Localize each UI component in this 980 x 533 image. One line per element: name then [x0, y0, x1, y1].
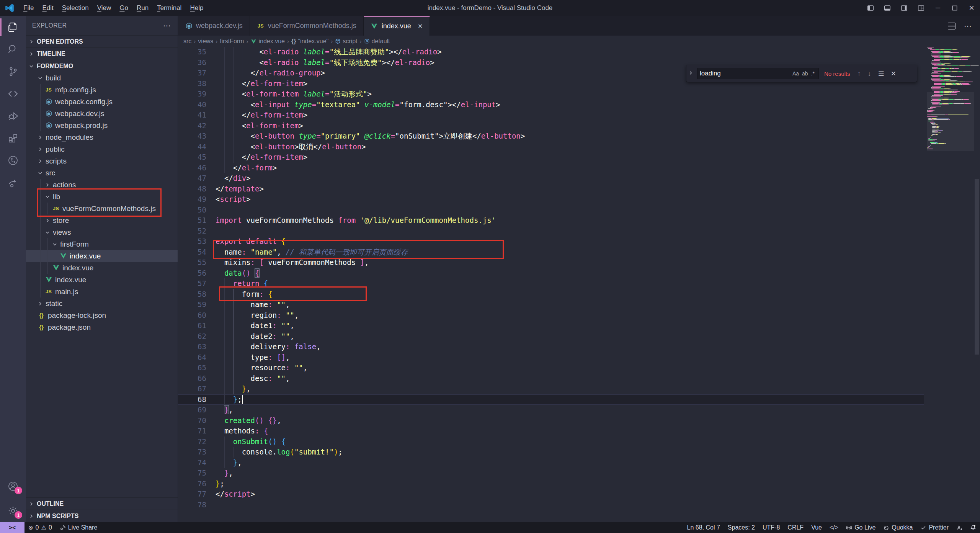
tree-item-webpack.dev.js[interactable]: webpack.dev.js [26, 108, 178, 119]
code-line-39[interactable]: 39 <el-form-item label="活动形式"> [178, 89, 924, 100]
code-line-76[interactable]: 76}; [178, 479, 924, 489]
extensions-icon[interactable] [0, 127, 26, 149]
split-editor-icon[interactable] [948, 23, 956, 29]
tree-item-build[interactable]: build [26, 72, 178, 84]
find-previous-icon[interactable]: ↑ [856, 70, 863, 78]
code-line-67[interactable]: 67 }, [178, 384, 924, 394]
find-input[interactable]: loading Aa ab .* [697, 68, 819, 79]
tree-item-index.vue[interactable]: index.vue [26, 274, 178, 286]
breadcrumb-item-firstform[interactable]: firstForm [220, 38, 244, 45]
code-line-64[interactable]: 64 type: [], [178, 352, 924, 363]
find-in-selection-icon[interactable]: ☰ [876, 69, 886, 78]
code-line-44[interactable]: 44 <el-button>取消</el-button> [178, 142, 924, 152]
live-share-status[interactable]: Live Share [56, 522, 101, 533]
code-line-42[interactable]: 42 <el-form-item> [178, 121, 924, 131]
tree-item-package-lock.json[interactable]: {}package-lock.json [26, 309, 178, 321]
tree-item-static[interactable]: static [26, 298, 178, 309]
tree-item-store[interactable]: store [26, 214, 178, 226]
menu-run[interactable]: Run [132, 0, 153, 16]
explorer-icon[interactable] [0, 16, 26, 38]
search-icon[interactable] [0, 38, 26, 60]
match-case-icon[interactable]: Aa [791, 70, 800, 77]
section-open-editors[interactable]: OPEN EDITORS [26, 35, 178, 47]
code-line-74[interactable]: 74 }, [178, 458, 924, 468]
whole-word-icon[interactable]: ab [800, 70, 810, 77]
code-line-55[interactable]: 55 mixins: [ vueFormCommonMethods ], [178, 257, 924, 268]
tree-item-actions[interactable]: actions [26, 179, 178, 191]
code-line-45[interactable]: 45 </el-form-item> [178, 152, 924, 163]
status-eol[interactable]: CRLF [784, 522, 807, 533]
gitlens-icon[interactable] [0, 149, 26, 172]
feedback-person-icon[interactable] [956, 525, 962, 531]
code-line-41[interactable]: 41 </el-form-item> [178, 110, 924, 121]
tree-item-src[interactable]: src [26, 167, 178, 179]
tree-item-views[interactable]: views [26, 226, 178, 238]
notifications-bell-icon[interactable] [970, 525, 976, 531]
tree-item-mfp.config.js[interactable]: JSmfp.config.js [26, 84, 178, 96]
section-timeline[interactable]: TIMELINE [26, 47, 178, 60]
section-npm-scripts[interactable]: NPM SCRIPTS [26, 510, 178, 522]
code-line-60[interactable]: 60 region: "", [178, 310, 924, 321]
code-line-75[interactable]: 75 }, [178, 468, 924, 479]
regex-icon[interactable]: .* [810, 70, 816, 77]
explorer-more-actions-icon[interactable]: ⋯ [163, 21, 172, 30]
code-line-78[interactable]: 78 [178, 500, 924, 510]
code-line-72[interactable]: 72 onSubmit() { [178, 437, 924, 447]
status-go-live[interactable]: Go Live [842, 522, 879, 533]
code-line-46[interactable]: 46 </el-form> [178, 163, 924, 173]
tree-item-index.vue[interactable]: index.vue [26, 250, 178, 262]
find-collapse-icon[interactable] [688, 70, 694, 77]
breadcrumb-item-src[interactable]: src [183, 38, 191, 45]
code-line-68[interactable]: 68 }; [178, 394, 924, 405]
tree-item-vueformcommonmethods.js[interactable]: JSvueFormCommonMethods.js [26, 203, 178, 214]
menu-edit[interactable]: Edit [38, 0, 57, 16]
remote-indicator[interactable]: >< [0, 522, 24, 533]
code-line-69[interactable]: 69 }, [178, 405, 924, 415]
editor-more-actions-icon[interactable]: ⋯ [964, 21, 972, 31]
code-line-54[interactable]: 54 name: "name", // 和菜单代码一致即可开启页面缓存 [178, 247, 924, 258]
minimize-button[interactable]: ─ [929, 0, 946, 16]
code-editor[interactable]: 35 <el-radio label="线上品牌商赞助"></el-radio>… [178, 47, 980, 522]
tab-close-icon[interactable]: ✕ [418, 23, 423, 30]
customize-layout-icon[interactable] [913, 0, 929, 16]
menu-help[interactable]: Help [186, 0, 207, 16]
tab-index.vue[interactable]: index.vue✕ [364, 16, 430, 36]
tree-item-lib[interactable]: lib [26, 191, 178, 203]
code-line-65[interactable]: 65 resource: "", [178, 363, 924, 373]
code-line-77[interactable]: 77</script> [178, 489, 924, 500]
code-line-48[interactable]: 48</template> [178, 184, 924, 195]
tree-item-package.json[interactable]: {}package.json [26, 321, 178, 333]
code-line-49[interactable]: 49<script> [178, 194, 924, 205]
code-line-50[interactable]: 50 [178, 205, 924, 216]
code-line-40[interactable]: 40 <el-input type="textarea" v-model="fo… [178, 100, 924, 110]
code-line-35[interactable]: 35 <el-radio label="线上品牌商赞助"></el-radio> [178, 47, 924, 57]
code-line-43[interactable]: 43 <el-button type="primary" @click="onS… [178, 131, 924, 142]
code-loop-icon[interactable] [0, 83, 26, 105]
tree-item-scripts[interactable]: scripts [26, 155, 178, 167]
live-share-icon[interactable] [0, 172, 26, 194]
code-line-57[interactable]: 57 return { [178, 278, 924, 289]
status-quokka[interactable]: Quokka [879, 522, 916, 533]
close-button[interactable]: ✕ [963, 0, 980, 16]
breadcrumb-item-default[interactable]: default [364, 38, 390, 45]
menu-go[interactable]: Go [115, 0, 132, 16]
section-formdemo[interactable]: FORMDEMO [26, 60, 178, 72]
tree-item-webpack.config.js[interactable]: webpack.config.js [26, 96, 178, 108]
breadcrumb-item-script[interactable]: script [335, 38, 357, 45]
status-cursor-position[interactable]: Ln 68, Col 7 [683, 522, 724, 533]
tree-item-main.js[interactable]: JSmain.js [26, 286, 178, 298]
settings-gear-icon[interactable]: 1 [0, 500, 26, 522]
section-outline[interactable]: OUTLINE [26, 497, 178, 510]
code-line-47[interactable]: 47 </div> [178, 173, 924, 184]
find-next-icon[interactable]: ↓ [866, 70, 873, 78]
code-line-56[interactable]: 56 data() { [178, 268, 924, 279]
tree-item-firstform[interactable]: firstForm [26, 238, 178, 250]
status-language-mode[interactable]: Vue [807, 522, 826, 533]
code-line-63[interactable]: 63 delivery: false, [178, 342, 924, 352]
toggle-panel-icon[interactable] [879, 0, 896, 16]
code-line-61[interactable]: 61 date1: "", [178, 320, 924, 331]
breadcrumb-item-index.vue[interactable]: index.vue [250, 38, 285, 45]
code-line-58[interactable]: 58 form: { [178, 289, 924, 300]
code-line-59[interactable]: 59 name: "", [178, 299, 924, 310]
code-line-66[interactable]: 66 desc: "", [178, 373, 924, 384]
